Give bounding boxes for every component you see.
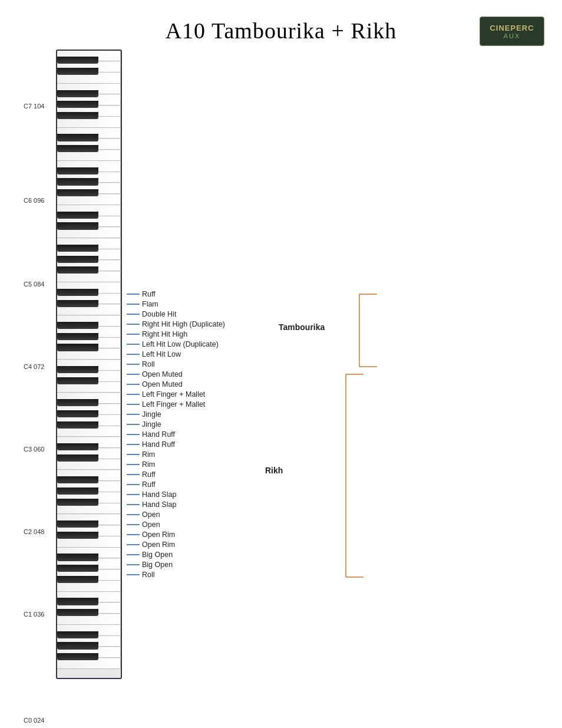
map-label-text: Open Rim <box>142 531 175 539</box>
map-line <box>127 414 140 415</box>
map-line <box>127 504 140 505</box>
map-label-text: Big Open <box>142 551 173 559</box>
map-item: Open Rim <box>127 541 175 549</box>
map-line <box>127 454 140 455</box>
map-item: Open <box>127 521 160 529</box>
map-label-text: Hand Ruff <box>142 430 175 439</box>
map-line <box>127 294 140 295</box>
map-item: Hand Slap <box>127 490 176 499</box>
map-line <box>127 364 140 365</box>
map-item: Ruff <box>127 480 156 489</box>
map-label-text: Open Muted <box>142 370 183 378</box>
map-label-text: Big Open <box>142 561 173 569</box>
map-label-text: Ruff <box>142 480 156 489</box>
map-label-text: Jingle <box>142 410 161 419</box>
map-line <box>127 304 140 305</box>
map-line <box>127 374 140 375</box>
map-label-text: Roll <box>142 571 155 579</box>
map-item: Ruff <box>127 470 156 479</box>
map-line <box>127 554 140 555</box>
note-label-c4: C4 072 <box>24 363 44 370</box>
map-line <box>127 404 140 405</box>
map-item: Rim <box>127 460 155 469</box>
map-line <box>127 424 140 425</box>
map-item: Double Hit <box>127 310 176 318</box>
logo-sub-text: AUX <box>504 32 521 39</box>
map-line <box>127 434 140 435</box>
map-label-text: Open <box>142 510 160 519</box>
note-label-c7: C7 104 <box>24 103 44 110</box>
map-line <box>127 564 140 565</box>
map-line <box>127 334 140 335</box>
map-line <box>127 444 140 445</box>
map-line <box>127 474 140 475</box>
map-line <box>127 324 140 325</box>
note-label-c5: C5 084 <box>24 281 44 288</box>
map-item: Rim <box>127 450 155 459</box>
map-label-text: Jingle <box>142 420 161 429</box>
logo-badge: CINEPERC AUX <box>480 17 544 46</box>
map-label-text: Hand Slap <box>142 500 176 509</box>
map-label-text: Ruff <box>142 470 156 479</box>
map-line <box>127 524 140 525</box>
map-item: Flam <box>127 300 158 308</box>
map-item: Roll <box>127 571 155 579</box>
map-item: Open Muted <box>127 370 183 378</box>
map-label-text: Ruff <box>142 290 156 298</box>
map-line <box>127 384 140 385</box>
map-line <box>127 464 140 465</box>
map-item: Roll <box>127 360 155 368</box>
map-item: Jingle <box>127 410 161 419</box>
map-label-text: Left Hit Low (Duplicate) <box>142 340 219 348</box>
group-label-tambourika: Tambourika <box>279 322 325 332</box>
brackets-svg <box>127 50 562 728</box>
map-item: Ruff <box>127 290 156 298</box>
map-label-text: Open <box>142 521 160 529</box>
map-line <box>127 544 140 545</box>
map-line <box>127 484 140 485</box>
map-label-text: Open Rim <box>142 541 175 549</box>
map-line <box>127 314 140 315</box>
map-item: Big Open <box>127 561 173 569</box>
map-item: Hand Slap <box>127 500 176 509</box>
map-label-text: Hand Slap <box>142 490 176 499</box>
map-item: Big Open <box>127 551 173 559</box>
note-label-c1: C1 036 <box>24 611 44 618</box>
map-label-text: Left Finger + Mallet <box>142 390 205 398</box>
map-label-text: Rim <box>142 460 155 469</box>
map-label-text: Roll <box>142 360 155 368</box>
map-item: Right Hit High <box>127 330 187 338</box>
piano-keyboard <box>56 50 124 679</box>
note-label-c3: C3 060 <box>24 446 44 453</box>
note-label-c2: C2 048 <box>24 528 44 535</box>
map-item: Jingle <box>127 420 161 429</box>
note-label-c6: C6 096 <box>24 197 44 204</box>
map-item: Left Hit Low <box>127 350 181 358</box>
map-item: Open Muted <box>127 380 183 388</box>
map-label-text: Right Hit High (Duplicate) <box>142 320 225 328</box>
group-label-rikh: Rikh <box>265 466 283 475</box>
map-label-text: Flam <box>142 300 158 308</box>
map-line <box>127 494 140 495</box>
map-item: Left Finger + Mallet <box>127 400 205 409</box>
map-line <box>127 354 140 355</box>
map-label-text: Left Hit Low <box>142 350 181 358</box>
map-item: Left Hit Low (Duplicate) <box>127 340 219 348</box>
map-item: Hand Ruff <box>127 430 175 439</box>
map-item: Left Finger + Mallet <box>127 390 205 398</box>
piano-keys <box>56 50 122 679</box>
map-label-text: Double Hit <box>142 310 176 318</box>
map-line <box>127 514 140 515</box>
map-line <box>127 574 140 575</box>
map-item: Right Hit High (Duplicate) <box>127 320 225 328</box>
map-item: Open <box>127 510 160 519</box>
logo-main-text: CINEPERC <box>490 24 534 32</box>
map-item: Open Rim <box>127 531 175 539</box>
map-line <box>127 344 140 345</box>
map-label-text: Left Finger + Mallet <box>142 400 205 409</box>
map-line <box>127 534 140 535</box>
map-item: Hand Ruff <box>127 440 175 449</box>
map-line <box>127 394 140 395</box>
map-label-text: Rim <box>142 450 155 459</box>
page-title: A10 Tambourika + Rikh <box>0 0 562 50</box>
